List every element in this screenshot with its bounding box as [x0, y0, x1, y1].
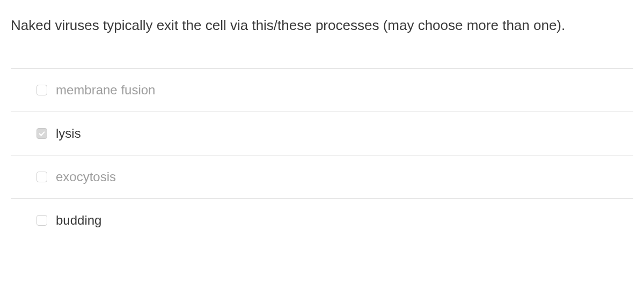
check-icon — [38, 130, 46, 137]
option-row[interactable]: lysis — [11, 112, 633, 155]
checkbox-lysis[interactable] — [36, 128, 47, 139]
option-label: exocytosis — [56, 169, 116, 184]
checkbox-membrane-fusion[interactable] — [36, 85, 47, 95]
checkbox-exocytosis[interactable] — [36, 172, 47, 182]
option-row[interactable]: membrane fusion — [11, 69, 633, 112]
option-label: membrane fusion — [56, 83, 155, 98]
option-row[interactable]: exocytosis — [11, 155, 633, 199]
options-list: membrane fusion lysis exocytosis budding — [11, 68, 633, 242]
option-label: budding — [56, 213, 101, 228]
question-text: Naked viruses typically exit the cell vi… — [11, 15, 633, 36]
option-row[interactable]: budding — [11, 199, 633, 242]
option-label: lysis — [56, 126, 81, 141]
checkbox-budding[interactable] — [36, 215, 47, 226]
